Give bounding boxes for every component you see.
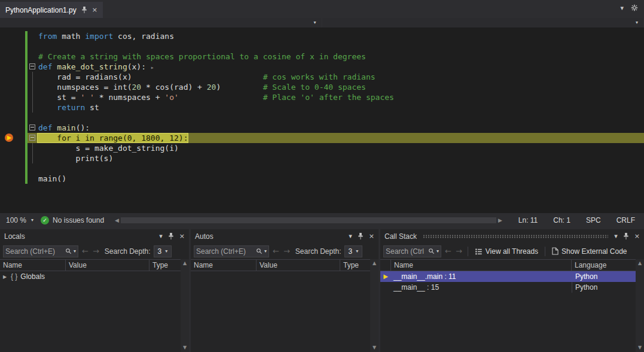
pin-icon[interactable]: [358, 233, 364, 239]
search-icon[interactable]: [256, 248, 263, 254]
locals-search-box[interactable]: ▾: [3, 245, 78, 257]
expander-icon[interactable]: ▶: [2, 274, 8, 280]
show-external-code-button[interactable]: Show External Code: [550, 247, 628, 256]
next-result-icon[interactable]: →: [92, 247, 100, 255]
code-line-6[interactable]: numspaces = int(20 * cos(rad) + 20) # Sc…: [0, 82, 644, 92]
horizontal-scrollbar[interactable]: ◀ ▶: [115, 217, 502, 223]
code-line-2[interactable]: [0, 41, 644, 51]
window-menu-icon[interactable]: ▾: [159, 233, 163, 239]
next-result-icon[interactable]: →: [455, 247, 463, 255]
breakpoint-margin[interactable]: [0, 41, 25, 51]
breakpoint-margin[interactable]: [0, 163, 25, 174]
code-line-15[interactable]: main(): [0, 174, 644, 184]
breakpoint-margin[interactable]: [0, 143, 25, 153]
eol-indicator[interactable]: CRLF: [611, 216, 640, 224]
search-options-icon[interactable]: ▾: [74, 249, 76, 254]
member-dropdown[interactable]: ▾: [322, 18, 644, 28]
scroll-left-icon[interactable]: ◀: [115, 218, 119, 223]
call-stack-frame[interactable]: __main__ : 15Python: [380, 282, 636, 293]
autos-panel-header[interactable]: Autos ▾ ×: [191, 229, 379, 243]
previous-result-icon[interactable]: ←: [272, 247, 280, 255]
chevron-down-icon[interactable]: ▾: [620, 5, 624, 11]
code-line-14[interactable]: [0, 163, 644, 174]
window-menu-icon[interactable]: ▾: [614, 233, 618, 239]
collapse-region[interactable]: [28, 62, 37, 72]
window-menu-icon[interactable]: ▾: [349, 233, 352, 239]
call-stack-frame[interactable]: ▶__main__.main : 11Python: [380, 271, 636, 282]
close-icon[interactable]: ×: [369, 233, 374, 239]
tab-pythonapplication1[interactable]: PythonApplication1.py ×: [0, 2, 103, 18]
call-stack-search-box[interactable]: ▾: [383, 245, 441, 257]
breakpoint-margin[interactable]: [0, 31, 25, 41]
search-depth-select[interactable]: 3 ▾: [154, 245, 172, 257]
code-line-8[interactable]: return st: [0, 102, 644, 113]
breakpoint-margin[interactable]: [0, 51, 25, 62]
code-line-13[interactable]: print(s): [0, 153, 644, 163]
breakpoint-margin[interactable]: [0, 123, 25, 133]
previous-result-icon[interactable]: ←: [81, 247, 89, 255]
code-line-12[interactable]: s = make_dot_string(i): [0, 143, 644, 153]
search-input[interactable]: [196, 247, 254, 256]
project-dropdown[interactable]: ▾: [0, 18, 322, 28]
spaces-indicator[interactable]: SPC: [581, 216, 606, 224]
locals-scrollbar[interactable]: ▲ ▼: [181, 259, 189, 352]
breakpoint-margin[interactable]: [0, 174, 25, 184]
call-stack-panel-header[interactable]: Call Stack ▾ ×: [380, 229, 644, 243]
code-line-11[interactable]: ▶ for i in range(0, 1800, 12):: [0, 133, 644, 143]
zoom-control[interactable]: 100 % ▾: [4, 216, 36, 224]
breakpoint-margin[interactable]: [0, 62, 25, 72]
drag-grip[interactable]: [423, 235, 608, 238]
code-line-7[interactable]: st = ' ' * numspaces + 'o' # Place 'o' a…: [0, 92, 644, 102]
gear-icon[interactable]: [631, 4, 638, 11]
collapse-region[interactable]: [28, 133, 37, 143]
locals-panel-header[interactable]: Locals ▾ ×: [0, 229, 189, 243]
search-icon[interactable]: [428, 248, 435, 254]
scroll-down-icon[interactable]: ▼: [373, 345, 376, 350]
scroll-up-icon[interactable]: ▲: [638, 261, 642, 266]
close-icon[interactable]: ×: [634, 233, 640, 239]
breakpoint-margin[interactable]: [0, 72, 25, 82]
search-options-icon[interactable]: ▾: [264, 249, 267, 254]
scroll-down-icon[interactable]: ▼: [183, 345, 187, 350]
search-input[interactable]: [5, 247, 63, 256]
view-all-threads-button[interactable]: View all Threads: [473, 247, 540, 256]
breakpoint-margin[interactable]: [0, 102, 25, 113]
next-result-icon[interactable]: →: [283, 247, 291, 255]
autos-search-box[interactable]: ▾: [194, 245, 269, 257]
current-statement-margin[interactable]: ▶: [0, 133, 25, 143]
code-line-5[interactable]: rad = radians(x) # cos works with radian…: [0, 72, 644, 82]
code-line-1[interactable]: from math import cos, radians: [0, 31, 644, 41]
document-health-indicator[interactable]: ✓ No issues found: [41, 216, 104, 224]
code-line-10[interactable]: def main():: [0, 123, 644, 133]
scroll-up-icon[interactable]: ▲: [183, 261, 187, 266]
call-stack-scrollbar[interactable]: ▲ ▼: [636, 259, 644, 352]
collapse-icon[interactable]: [29, 135, 35, 141]
autos-scrollbar[interactable]: ▲ ▼: [370, 259, 379, 352]
search-input[interactable]: [386, 247, 426, 256]
close-icon[interactable]: ×: [179, 233, 185, 239]
close-icon[interactable]: ×: [92, 7, 97, 13]
breakpoint-margin[interactable]: [0, 153, 25, 163]
column-value[interactable]: Value: [66, 260, 149, 271]
collapse-icon[interactable]: [29, 63, 35, 69]
search-icon[interactable]: [65, 248, 72, 254]
collapse-icon[interactable]: [29, 125, 35, 131]
pin-icon[interactable]: [168, 233, 174, 239]
scroll-down-icon[interactable]: ▼: [638, 345, 642, 350]
breakpoint-margin[interactable]: [0, 82, 25, 92]
code-line-4[interactable]: def make_dot_string(x): ▸: [0, 62, 644, 72]
pin-icon[interactable]: [623, 233, 629, 239]
column-name[interactable]: Name: [391, 260, 572, 271]
code-line-9[interactable]: [0, 113, 644, 123]
search-options-icon[interactable]: ▾: [437, 249, 439, 254]
code-editor[interactable]: from math import cos, radians# Create a …: [0, 28, 644, 213]
scroll-right-icon[interactable]: ▶: [498, 218, 502, 223]
pin-icon[interactable]: [81, 7, 87, 13]
breakpoint-margin[interactable]: [0, 92, 25, 102]
scroll-up-icon[interactable]: ▲: [373, 261, 376, 266]
previous-result-icon[interactable]: ←: [444, 247, 452, 255]
column-name[interactable]: Name: [191, 260, 257, 271]
column-name[interactable]: Name: [0, 260, 66, 271]
column-indicator[interactable]: Ch: 1: [548, 216, 576, 224]
variable-row[interactable]: ▶{ }Globals: [0, 271, 181, 282]
